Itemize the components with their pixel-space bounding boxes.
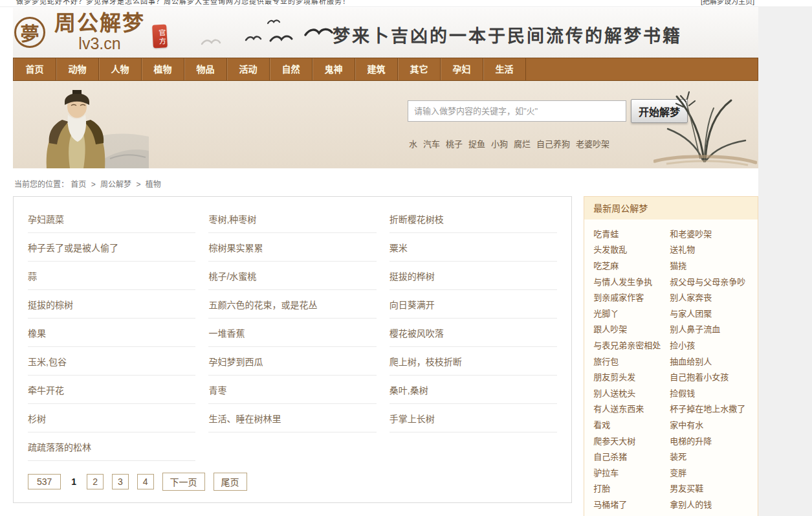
last-page-button[interactable]: 尾页 xyxy=(214,473,247,491)
dream-topic-link[interactable]: 向日葵满开 xyxy=(390,290,557,319)
site-logo[interactable]: 夢 周公解梦 lv3.cn 官方 xyxy=(14,12,167,52)
sidebar-link-right[interactable]: 和老婆吵架 xyxy=(670,227,712,240)
sidebar-link-left[interactable]: 头发散乱 xyxy=(593,243,670,255)
nav-item[interactable]: 生活 xyxy=(483,58,526,80)
sidebar-link-right[interactable]: 猫挠 xyxy=(670,259,686,271)
sidebar-link-left[interactable]: 吃芝麻 xyxy=(593,259,670,271)
sidebar-link-right[interactable]: 送礼物 xyxy=(670,243,695,255)
sidebar-link-left[interactable]: 有人送东西来 xyxy=(593,402,670,414)
dream-topic-link[interactable]: 折断樱花树枝 xyxy=(390,205,557,233)
sidebar-link-left[interactable]: 跟人吵架 xyxy=(593,322,670,335)
nav-item[interactable]: 动物 xyxy=(56,58,99,80)
next-page-button[interactable]: 下一页 xyxy=(162,473,205,491)
hot-keyword-link[interactable]: 小狗 xyxy=(491,139,508,149)
dream-topic-link[interactable]: 青枣 xyxy=(208,376,376,404)
hot-keyword-link[interactable]: 捉鱼 xyxy=(468,139,485,149)
sidebar-link-right[interactable]: 抽血给别人 xyxy=(670,355,712,367)
page-number-button[interactable]: 2 xyxy=(87,474,104,489)
sidebar-link-left[interactable]: 驴拉车 xyxy=(593,466,670,478)
nav-item[interactable]: 物品 xyxy=(184,58,227,80)
dream-topic-link[interactable]: 孕妇蔬菜 xyxy=(28,205,195,233)
sidebar-link-left[interactable]: 吃青蛙 xyxy=(593,227,670,240)
main-row: 孕妇蔬菜枣树,种枣树折断樱花树枝种子丢了或是被人偷了棕树果实累累粟米蒜桃子/水蜜… xyxy=(13,196,758,516)
sidebar-row: 看戏 家中有水 xyxy=(593,416,758,432)
dream-topic-link[interactable]: 粟米 xyxy=(390,233,557,262)
dream-topic-link[interactable]: 种子丢了或是被人偷了 xyxy=(28,233,195,262)
dream-topic-link[interactable]: 疏疏落落的松林 xyxy=(28,432,195,461)
nav-item[interactable]: 其它 xyxy=(398,58,441,80)
nav-item[interactable]: 植物 xyxy=(142,58,184,80)
dream-topic-link[interactable]: 手掌上长树 xyxy=(390,404,557,432)
sidebar-link-right[interactable]: 男友被打 xyxy=(670,513,703,516)
sidebar-link-right[interactable]: 叔父母与父母亲争吵 xyxy=(670,275,745,287)
dream-topic-link[interactable]: 挺拔的棕树 xyxy=(28,290,195,319)
hot-keyword-link[interactable]: 腐烂 xyxy=(514,139,531,149)
sidebar-link-left[interactable]: 打胎 xyxy=(593,482,670,494)
sidebar-link-right[interactable]: 与家人团聚 xyxy=(670,307,712,319)
dream-topic-link[interactable]: 橡果 xyxy=(28,319,195,347)
nav-item[interactable]: 活动 xyxy=(227,58,270,80)
nav-item[interactable]: 鬼神 xyxy=(313,58,355,80)
hot-keyword-link[interactable]: 自己养狗 xyxy=(536,139,570,149)
hot-keyword-link[interactable]: 水 xyxy=(409,139,417,149)
dream-topic-link[interactable]: 一堆香蕉 xyxy=(208,319,376,347)
dream-topic-link[interactable]: 蒜 xyxy=(28,262,195,290)
content-column: 夢 周公解梦 lv3.cn 官方 梦来卜吉凶的一本于民间流传的解梦书籍 首页动物… xyxy=(13,8,758,516)
sidebar-link-left[interactable]: 到亲戚家作客 xyxy=(593,291,670,303)
sidebar-link-left[interactable]: 与情人发生争执 xyxy=(593,275,670,287)
sidebar-link-left[interactable]: 朋友剪头发 xyxy=(593,370,670,383)
breadcrumb-home-link[interactable]: 首页 xyxy=(71,180,86,189)
sidebar-link-right[interactable]: 捡假钱 xyxy=(670,387,695,399)
sidebar-link-right[interactable]: 捡小孩 xyxy=(670,339,695,351)
sidebar-link-left[interactable]: 光脚丫 xyxy=(593,307,670,319)
page-number-button[interactable]: 4 xyxy=(137,474,154,489)
sidebar-link-right[interactable]: 别人家奔丧 xyxy=(670,291,712,303)
nav-item[interactable]: 首页 xyxy=(14,58,56,80)
hot-keyword-link[interactable]: 桃子 xyxy=(446,139,463,149)
dream-topic-link[interactable]: 棕树果实累累 xyxy=(208,233,376,262)
sidebar-link-right[interactable]: 杯子掉在地上水撒了 xyxy=(670,402,745,414)
nav-item[interactable]: 自然 xyxy=(270,58,313,80)
sidebar-link-left[interactable]: 与表兄弟亲密相处 xyxy=(593,339,670,351)
nav-item[interactable]: 人物 xyxy=(99,58,142,80)
dream-topic-link[interactable]: 桃子/水蜜桃 xyxy=(208,262,376,290)
dream-topic-link[interactable]: 爬上树，枝枝折断 xyxy=(390,347,557,376)
site-name: 周公解梦 xyxy=(54,12,145,35)
dream-topic-link[interactable]: 杉树 xyxy=(28,404,195,432)
sidebar-link-left[interactable]: 旅行包 xyxy=(593,355,670,367)
sidebar-link-left[interactable]: 爬参天大树 xyxy=(593,434,670,447)
page-total-button[interactable]: 537 xyxy=(28,474,61,489)
sidebar-link-left[interactable]: 看戏 xyxy=(593,418,670,431)
hot-keyword-link[interactable]: 老婆吵架 xyxy=(576,139,609,149)
sidebar-link-left[interactable]: 哑巴说话 xyxy=(593,513,670,516)
sidebar-link-left[interactable]: 别人送枕头 xyxy=(593,387,670,399)
breadcrumb-site-link[interactable]: 周公解梦 xyxy=(100,180,131,189)
set-homepage-link[interactable]: [把解梦设为主页] xyxy=(701,0,754,6)
sidebar-link-right[interactable]: 电梯的升降 xyxy=(670,434,712,447)
nav-item[interactable]: 建筑 xyxy=(355,58,398,80)
sidebar-link-right[interactable]: 拿别人的钱 xyxy=(670,498,712,510)
hot-keyword-link[interactable]: 汽车 xyxy=(423,139,440,149)
search-input[interactable] xyxy=(408,100,626,122)
dream-topic-link[interactable]: 五颜六色的花束，或是花丛 xyxy=(208,290,376,319)
sidebar-link-right[interactable]: 家中有水 xyxy=(670,418,703,431)
dream-topic-link[interactable]: 枣树,种枣树 xyxy=(208,205,376,233)
dream-topic-link[interactable]: 牵牛开花 xyxy=(28,376,195,404)
dream-topic-link[interactable]: 玉米,包谷 xyxy=(28,347,195,376)
sidebar-link-right[interactable]: 装死 xyxy=(670,450,686,462)
sidebar-link-left[interactable]: 自己杀猪 xyxy=(593,450,670,462)
sidebar-link-left[interactable]: 马桶堵了 xyxy=(593,498,670,510)
sidebar-link-right[interactable]: 变胖 xyxy=(670,466,686,478)
nav-item[interactable]: 孕妇 xyxy=(441,58,483,80)
dream-topic-link[interactable]: 挺拔的桦树 xyxy=(390,262,557,290)
top-strip-text: 做梦梦见蛇好不好？梦见掉牙是怎么回事？周公解梦大全查询网为您提供最专业的梦境解析… xyxy=(16,0,350,6)
dream-topic-link[interactable]: 生活、睡在树林里 xyxy=(208,404,376,432)
sidebar-link-right[interactable]: 自己抱着小女孩 xyxy=(670,370,729,383)
flying-birds-icon xyxy=(201,19,343,56)
sidebar-link-right[interactable]: 男友买鞋 xyxy=(670,482,703,494)
dream-topic-link[interactable]: 桑叶,桑树 xyxy=(390,376,557,404)
dream-topic-link[interactable]: 孕妇梦到西瓜 xyxy=(208,347,376,376)
sidebar-link-right[interactable]: 别人鼻子流血 xyxy=(670,322,720,335)
dream-topic-link[interactable]: 樱花被风吹落 xyxy=(390,319,557,347)
page-number-button[interactable]: 3 xyxy=(112,474,129,489)
